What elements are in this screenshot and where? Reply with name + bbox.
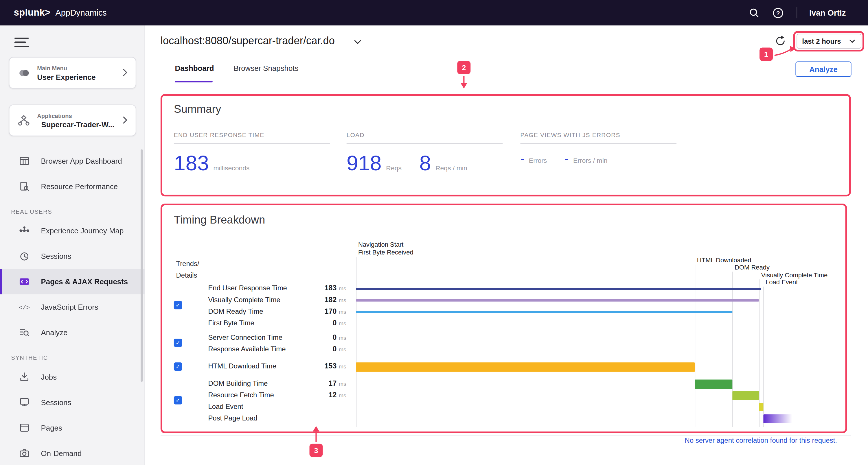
sidebar-scrollbar[interactable] — [141, 150, 143, 382]
sidebar-item-experience-journey-map[interactable]: Experience Journey Map — [0, 218, 145, 243]
milestone-label: Navigation Start — [358, 241, 404, 248]
analyze-button[interactable]: Analyze — [795, 61, 851, 77]
sidebar-item-analyze[interactable]: Analyze — [0, 320, 145, 345]
analyze-icon — [19, 327, 30, 338]
timing-row-label: Post Page Load — [208, 414, 257, 422]
user-experience-icon — [17, 66, 30, 79]
active-tab-indicator — [175, 81, 213, 82]
chevron-down-icon — [848, 38, 856, 45]
milestone-gridline — [763, 287, 764, 427]
sidebar-item-browser-app-dashboard[interactable]: Browser App Dashboard — [0, 148, 145, 174]
user-menu[interactable]: Ivan Ortiz — [809, 8, 846, 18]
sidebar: Main Menu User Experience Applications _… — [0, 26, 145, 465]
sidebar-item-label: On-Demand — [41, 449, 82, 458]
sidebar-item-pages-ajax-requests[interactable]: Pages & AJAX Requests — [0, 269, 145, 294]
metric-unit: milliseconds — [213, 164, 249, 172]
app-window: splunk> AppDynamics ? Ivan Ortiz Main Me… — [0, 0, 868, 465]
timing-row-value: 12 — [329, 391, 337, 399]
metric-end-user-response-time: END USER RESPONSE TIME 183 milliseconds — [174, 132, 330, 173]
timing-row-label: Visually Complete Time — [208, 296, 280, 304]
timing-row-value: 153 — [324, 362, 337, 370]
help-icon[interactable]: ? — [772, 7, 784, 19]
timing-row-dom-ready[interactable]: DOM Ready Time 170 ms — [208, 307, 337, 317]
sidebar-item-javascript-errors[interactable]: </> JavaScript Errors — [0, 294, 145, 320]
timing-row-visually-complete[interactable]: Visually Complete Time 182 ms — [208, 296, 337, 305]
tab-dashboard[interactable]: Dashboard — [175, 64, 214, 73]
timing-row-post-page-load[interactable]: Post Page Load ms — [208, 414, 337, 424]
timing-row-label: First Byte Time — [208, 319, 254, 327]
splunk-logo: splunk> — [14, 7, 51, 18]
timing-bar-dom-building-time — [695, 380, 732, 389]
sidebar-item-sessions-synthetic[interactable]: Sessions — [0, 390, 145, 415]
sidebar-item-on-demand[interactable]: On-Demand — [0, 440, 145, 465]
sidebar-item-label: Browser App Dashboard — [41, 157, 122, 165]
header-actions: ? Ivan Ortiz — [748, 7, 846, 19]
time-range-dropdown[interactable]: last 2 hours — [797, 34, 861, 49]
timing-row-dom-building[interactable]: DOM Building Time 17 ms — [208, 379, 337, 389]
pages-ajax-icon — [19, 276, 30, 287]
card-title: _Supercar-Trader-W... — [37, 120, 114, 129]
timing-row-first-byte[interactable]: First Byte Time 0 ms — [208, 319, 337, 329]
tab-browser-snapshots[interactable]: Browser Snapshots — [234, 64, 298, 73]
sidebar-item-sessions-real-users[interactable]: Sessions — [0, 243, 145, 269]
hamburger-menu-icon[interactable] — [14, 38, 29, 48]
timing-row-server-connection[interactable]: Server Connection Time 0 ms — [208, 333, 337, 343]
metric-value: 183 — [174, 153, 209, 174]
camera-icon — [19, 447, 30, 459]
metric-unit: Errors / min — [573, 157, 608, 164]
metric-label: PAGE VIEWS WITH JS ERRORS — [521, 132, 677, 144]
milestone-label: First Byte Received — [358, 249, 413, 256]
timing-row-html-download[interactable]: HTML Download Time 153 ms — [208, 362, 337, 372]
sidebar-item-jobs[interactable]: Jobs — [0, 364, 145, 390]
milestone-label: HTML Downloaded — [697, 257, 751, 263]
sidebar-item-label: Experience Journey Map — [41, 226, 124, 235]
applications-icon — [17, 114, 30, 127]
timing-row-label: DOM Building Time — [208, 380, 268, 388]
timing-row-label: Server Connection Time — [208, 334, 282, 341]
timing-row-unit: ms — [339, 297, 346, 303]
sidebar-section-synthetic: SYNTHETIC — [0, 345, 145, 364]
download-icon — [19, 371, 30, 382]
sidebar-item-resource-performance[interactable]: Resource Performance — [0, 174, 145, 199]
search-icon[interactable] — [748, 7, 760, 19]
timing-bar-post-page-load — [763, 414, 792, 423]
metric-label: END USER RESPONSE TIME — [174, 132, 330, 144]
annotation-badge-2: 2 — [457, 61, 470, 74]
main-menu-card[interactable]: Main Menu User Experience — [9, 57, 136, 89]
header-divider — [797, 7, 797, 18]
timing-row-end-user-response[interactable]: End User Response Time 183 ms — [208, 284, 337, 294]
timing-checkbox-html-download[interactable]: ✓ — [174, 362, 182, 371]
timing-checkbox-dom-times[interactable]: ✓ — [174, 396, 182, 405]
refresh-icon[interactable] — [775, 35, 787, 47]
timing-row-value: 0 — [333, 319, 337, 327]
metric-value: - — [565, 153, 569, 165]
timing-row-label: Response Available Time — [208, 345, 286, 353]
timing-bar-load-event — [759, 403, 763, 411]
timing-row-label: HTML Download Time — [208, 362, 276, 370]
timing-row-label: End User Response Time — [208, 284, 287, 292]
chevron-down-icon[interactable] — [353, 38, 362, 46]
timing-checkbox-page-times[interactable]: ✓ — [174, 301, 182, 309]
milestone-label: DOM Ready — [735, 264, 770, 271]
timing-row-load-event[interactable]: Load Event ms — [208, 402, 337, 412]
annotation-badge-1: 1 — [760, 48, 773, 61]
timing-row-value: 17 — [329, 379, 337, 388]
resource-performance-icon — [19, 181, 30, 192]
timing-bar-dom-ready-time — [356, 311, 732, 313]
page-title[interactable]: localhost:8080/supercar-trader/car.do — [161, 35, 335, 47]
server-correlation-link[interactable]: No server agent correlation found for th… — [554, 437, 837, 444]
clock-icon — [19, 251, 30, 262]
sidebar-item-label: Resource Performance — [41, 182, 118, 191]
timing-checkbox-server-times[interactable]: ✓ — [174, 339, 182, 347]
metric-load: LOAD 918 Reqs 8 Reqs / min — [347, 132, 503, 173]
timing-row-resource-fetch[interactable]: Resource Fetch Time 12 ms — [208, 391, 337, 400]
milestone-label: Visually Complete Time — [761, 271, 828, 278]
metric-unit: Reqs / min — [435, 164, 467, 172]
timing-bar-resource-fetch-time — [732, 391, 759, 400]
timing-row-response-available[interactable]: Response Available Time 0 ms — [208, 345, 337, 355]
applications-card[interactable]: Applications _Supercar-Trader-W... — [9, 105, 136, 136]
window-icon — [19, 422, 30, 433]
card-eyebrow: Main Menu — [37, 65, 95, 71]
sidebar-item-label: Pages — [41, 424, 62, 432]
sidebar-item-pages[interactable]: Pages — [0, 415, 145, 440]
